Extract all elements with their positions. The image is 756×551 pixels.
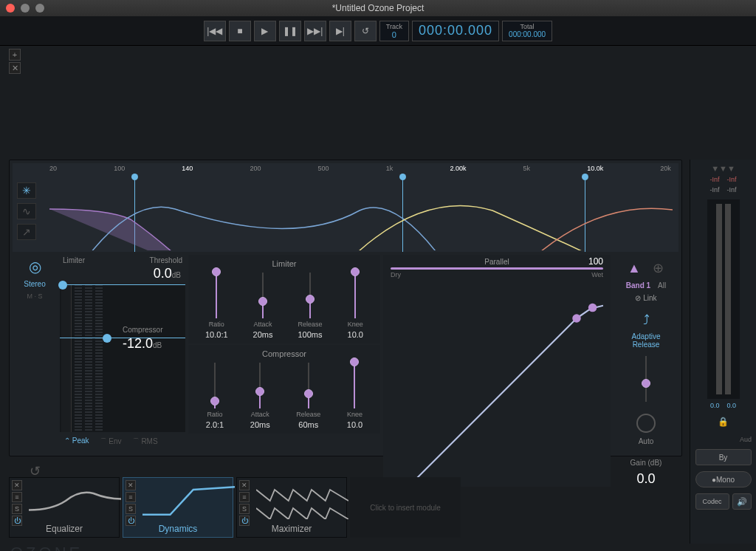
insert-module-slot[interactable]: Click to insert module bbox=[350, 477, 461, 538]
spectrum-mode-icon[interactable]: ✳ bbox=[17, 182, 36, 199]
loop-button[interactable]: ↺ bbox=[354, 21, 377, 41]
module-close-icon[interactable]: ✕ bbox=[239, 480, 250, 490]
stereo-column: ◎ Stereo M · S ↺ bbox=[13, 255, 57, 487]
module-close-icon[interactable]: ✕ bbox=[126, 480, 136, 490]
stereo-label: Stereo bbox=[24, 280, 45, 288]
svg-point-3 bbox=[572, 314, 581, 323]
parallel-value: 100 bbox=[588, 256, 603, 267]
time-display: 000:00.000 bbox=[412, 21, 499, 41]
detect-peak[interactable]: ⌃ Peak bbox=[64, 437, 89, 447]
band1-label[interactable]: Band 1 bbox=[626, 281, 650, 290]
parallel-slider[interactable] bbox=[391, 267, 603, 270]
comp-release-slider[interactable]: Release60ms bbox=[296, 363, 320, 429]
limiter-label: Limiter bbox=[63, 256, 85, 264]
module-solo-icon[interactable]: S bbox=[126, 504, 136, 514]
stereo-icon[interactable]: ◎ bbox=[29, 258, 41, 276]
limiter-attack-slider[interactable]: Attack20ms bbox=[253, 273, 273, 339]
comp-ratio-slider[interactable]: Ratio2.0:1 bbox=[206, 363, 224, 429]
speaker-icon[interactable]: 🔊 bbox=[732, 493, 752, 510]
comp-knee-slider[interactable]: Knee10.0 bbox=[347, 363, 362, 429]
record-button[interactable]: ▶| bbox=[329, 21, 351, 41]
module-maximizer[interactable]: ✕ ≡ S ⏻ Maximizer bbox=[236, 477, 347, 538]
transfer-curve[interactable] bbox=[391, 292, 603, 504]
band-column: ▲ ⊕ Band 1 All ⊘ Link ⤴ Adaptive Release… bbox=[614, 255, 678, 487]
track-display: Track 0 bbox=[379, 21, 409, 41]
track-buttons: + ✕ bbox=[9, 49, 21, 74]
skip-start-button[interactable]: |◀◀ bbox=[204, 21, 226, 41]
pause-button[interactable]: ❚❚ bbox=[279, 21, 301, 41]
module-close-icon[interactable]: ✕ bbox=[12, 480, 22, 490]
threshold-column: Limiter Threshold 0.0dB Compressor -12.0… bbox=[60, 255, 185, 487]
module-solo-icon[interactable]: S bbox=[239, 504, 250, 514]
ozone-plugin-panel: 20 100 140 200 500 1k 2.00k 5k 10.0k 20k… bbox=[9, 160, 682, 456]
compressor-label: Compressor bbox=[123, 326, 162, 334]
band-shape-icon[interactable]: ▲ bbox=[625, 259, 643, 277]
lock-icon[interactable]: 🔒 bbox=[718, 417, 729, 427]
bypass-button[interactable]: By bbox=[695, 449, 752, 465]
codec-button[interactable]: Codec bbox=[695, 493, 729, 510]
band-all-label[interactable]: All bbox=[658, 281, 666, 290]
detect-env[interactable]: ⌒ Env bbox=[100, 437, 122, 447]
close-track-button[interactable]: ✕ bbox=[9, 62, 21, 74]
all-bands-icon[interactable]: ⊕ bbox=[649, 259, 667, 277]
titlebar: *Untitled Ozone Project bbox=[0, 0, 756, 16]
module-settings-icon[interactable]: ≡ bbox=[126, 492, 136, 502]
freq-labels: 20 100 140 200 500 1k 2.00k 5k 10.0k 20k bbox=[49, 165, 671, 172]
svg-point-4 bbox=[588, 304, 597, 312]
module-equalizer[interactable]: ✕ ≡ S ⏻ Equalizer bbox=[9, 477, 120, 538]
module-dynamics[interactable]: ✕ ≡ S ⏻ Dynamics bbox=[123, 477, 233, 538]
eq-thumbnail bbox=[29, 482, 121, 519]
gain-reduction-mode-icon[interactable]: ↗ bbox=[17, 224, 36, 240]
add-track-button[interactable]: + bbox=[9, 49, 21, 61]
module-settings-icon[interactable]: ≡ bbox=[12, 492, 22, 502]
total-display: Total 000:00.000 bbox=[502, 21, 552, 41]
comp-attack-slider[interactable]: Attack20ms bbox=[250, 363, 270, 429]
ozone-logo: OZONE bbox=[10, 544, 83, 551]
parallel-row: Parallel Dry Wet bbox=[391, 258, 603, 278]
adaptive-release-icon[interactable]: ⤴ bbox=[643, 312, 650, 328]
limiter-release-slider[interactable]: Release100ms bbox=[298, 273, 323, 339]
limiter-ratio-slider[interactable]: Ratio10.0:1 bbox=[205, 273, 228, 339]
max-thumbnail bbox=[256, 482, 348, 519]
ms-label[interactable]: M · S bbox=[27, 292, 42, 300]
transfer-curve-column: Parallel Dry Wet 100 bbox=[383, 255, 611, 487]
play-button[interactable]: ▶ bbox=[254, 21, 276, 41]
auto-label: Auto bbox=[639, 437, 654, 445]
output-meter-panel: ▼▼▼ -Inf-Inf -Inf-Inf 0.00.0 🔒 Aud By ● … bbox=[690, 160, 756, 544]
output-meters bbox=[707, 199, 740, 399]
crossover-curves bbox=[49, 181, 673, 250]
dyn-thumbnail bbox=[142, 482, 235, 519]
adaptive-slider[interactable] bbox=[645, 356, 647, 402]
module-solo-icon[interactable]: S bbox=[12, 504, 22, 514]
curve-mode-icon[interactable]: ∿ bbox=[17, 203, 36, 219]
skip-end-button[interactable]: ▶▶| bbox=[304, 21, 326, 41]
compressor-controls: Compressor Ratio2.0:1 Attack20ms Release… bbox=[188, 345, 380, 434]
module-settings-icon[interactable]: ≡ bbox=[239, 492, 250, 502]
dynamics-body: ◎ Stereo M · S ↺ Limiter Threshold 0.0dB bbox=[13, 255, 678, 487]
limiter-controls: Limiter Ratio10.0:1 Attack20ms Release10… bbox=[188, 255, 380, 343]
detect-rms[interactable]: ⌒ RMS bbox=[132, 437, 158, 447]
close-icon[interactable] bbox=[6, 4, 15, 13]
gain-label: Gain (dB) bbox=[630, 459, 662, 467]
compressor-threshold-value[interactable]: -12.0dB bbox=[123, 336, 162, 352]
transport-bar: |◀◀ ■ ▶ ❚❚ ▶▶| ▶| ↺ Track 0 000:00.000 T… bbox=[0, 16, 756, 46]
spectrum-display[interactable]: 20 100 140 200 500 1k 2.00k 5k 10.0k 20k… bbox=[13, 163, 678, 252]
adaptive-release-label: Adaptive Release bbox=[632, 332, 661, 349]
meter-readout: 0.00.0 bbox=[710, 402, 736, 409]
maximize-icon[interactable] bbox=[35, 4, 44, 13]
threshold-meter[interactable]: Compressor -12.0dB bbox=[60, 284, 185, 432]
minimize-icon[interactable] bbox=[21, 4, 30, 13]
link-button[interactable]: ⊘ Link bbox=[635, 294, 656, 302]
mono-button[interactable]: ● Mono bbox=[695, 471, 752, 487]
limiter-knee-slider[interactable]: Knee10.0 bbox=[348, 273, 363, 339]
window-title: *Untitled Ozone Project bbox=[0, 3, 756, 13]
detection-modes: ⌃ Peak ⌒ Env ⌒ RMS bbox=[60, 437, 185, 447]
module-row: ✕ ≡ S ⏻ Equalizer ✕ ≡ S ⏻ Dynamics ✕ ≡ S… bbox=[9, 477, 682, 544]
stop-button[interactable]: ■ bbox=[229, 21, 251, 41]
auto-gain-knob[interactable] bbox=[636, 414, 656, 433]
controls-column: Limiter Ratio10.0:1 Attack20ms Release10… bbox=[188, 255, 380, 487]
traffic-lights bbox=[6, 4, 44, 13]
threshold-label: Threshold bbox=[150, 256, 182, 264]
display-mode-icons: ✳ ∿ ↗ bbox=[17, 182, 36, 240]
limiter-threshold-value[interactable]: 0.0dB bbox=[60, 266, 185, 281]
